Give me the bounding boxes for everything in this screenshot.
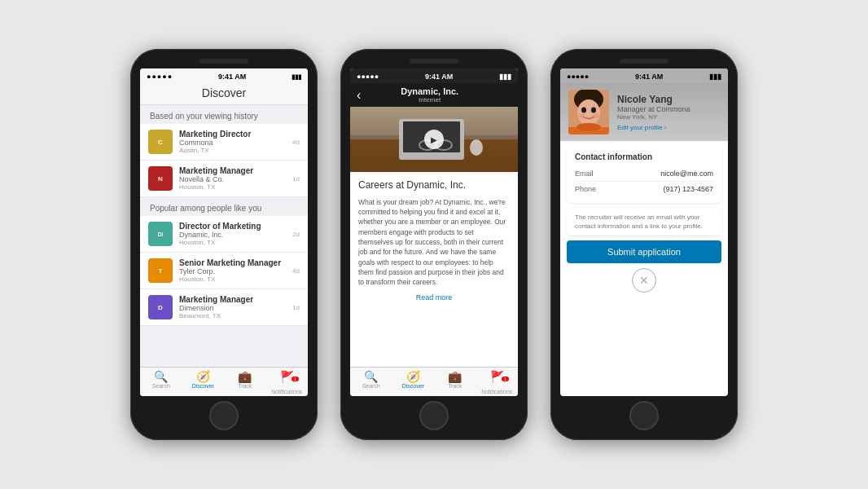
battery-icon: ▮▮▮ (709, 73, 721, 81)
profile-header: Nicole Yang Manager at Commona New York,… (560, 83, 728, 141)
contact-section-title: Contact information (575, 152, 713, 161)
nav-title: Dynamic, Inc. Internet (364, 86, 495, 104)
job-location: Houston, TX (179, 239, 286, 246)
avatar-svg (568, 90, 609, 134)
job-age: 4d (292, 267, 300, 275)
status-bar-1: ●●●●● 9:41 AM ▮▮▮ (140, 68, 308, 83)
company-description: What is your dream job? At Dynamic, Inc.… (358, 197, 510, 288)
job-age: 4d (292, 139, 300, 146)
job-age: 1d (292, 304, 300, 311)
track-icon: 💼 (448, 371, 462, 382)
battery-icon: ▮▮▮ (499, 73, 511, 81)
svg-point-16 (576, 123, 601, 131)
edit-profile-link[interactable]: Edit your profile › (617, 124, 720, 131)
company-logo-commona: C (148, 130, 173, 154)
profile-title: Manager at Commona (617, 105, 720, 113)
tab-track[interactable]: 💼 Track (224, 371, 266, 394)
job-list-popular: Di Director of Marketing Dynamic, Inc. H… (140, 216, 308, 326)
tab-search[interactable]: 🔍 Search (140, 371, 182, 394)
tab-label: Discover (192, 383, 214, 389)
signal-icon: ●●●●● (147, 73, 173, 81)
tab-search[interactable]: 🔍 Search (350, 371, 392, 394)
job-list-history: C Marketing Director Commona Austin, TX … (140, 124, 308, 197)
list-item[interactable]: N Marketing Manager Novella & Co. Housto… (140, 161, 308, 197)
profile-info: Nicole Yang Manager at Commona New York,… (617, 94, 720, 131)
tab-notifications[interactable]: 🚩 1 Notifications (476, 371, 519, 394)
company-logo-tyler: T (148, 258, 173, 283)
contact-card: Contact information Email nicole@me.com … (567, 146, 721, 203)
contact-row-phone: Phone (917) 123-4567 (575, 182, 713, 196)
notification-badge: 1 (292, 377, 299, 381)
tab-discover[interactable]: 🧭 Discover (392, 371, 435, 394)
job-title: Senior Marketing Manager (179, 258, 286, 267)
tab-notifications[interactable]: 🚩 1 Notifications (266, 371, 309, 394)
section-label-history: Based on your viewing history (140, 105, 308, 124)
company-logo-dimension: D (148, 295, 173, 319)
phone-apply: ●●●●● 9:41 AM ▮▮▮ (550, 49, 738, 440)
svg-point-10 (577, 99, 600, 126)
svg-point-7 (470, 139, 483, 156)
job-title: Marketing Director (179, 130, 286, 139)
play-button[interactable]: ▶ (424, 130, 444, 149)
phone-speaker (410, 59, 458, 64)
home-button[interactable] (629, 401, 659, 430)
section-label-popular: Popular among people like you (140, 197, 308, 216)
track-icon: 💼 (238, 371, 252, 382)
job-company: Dynamic, Inc. (179, 231, 286, 239)
job-title: Marketing Manager (179, 166, 286, 175)
phone-discover: ●●●●● 9:41 AM ▮▮▮ Discover Based on your… (130, 49, 318, 440)
read-more-link[interactable]: Read more (358, 293, 510, 303)
status-bar-3: ●●●●● 9:41 AM ▮▮▮ (560, 68, 728, 83)
job-location: Houston, TX (179, 183, 286, 191)
list-item[interactable]: Di Director of Marketing Dynamic, Inc. H… (140, 216, 308, 253)
tab-label: Notifications (271, 389, 302, 394)
svg-point-13 (581, 108, 586, 113)
job-age: 2d (292, 231, 300, 238)
tab-label: Track (448, 383, 462, 389)
tab-label: Search (152, 383, 170, 389)
job-company: Tyler Corp. (179, 267, 286, 275)
phone-speaker (620, 59, 669, 64)
discover-content: Based on your viewing history C Marketin… (140, 105, 308, 367)
phone-label: Phone (575, 185, 596, 193)
tab-discover[interactable]: 🧭 Discover (182, 371, 225, 394)
job-location: Houston, TX (179, 275, 286, 283)
discover-header: Discover (140, 83, 308, 105)
battery-icon: ▮▮▮ (292, 73, 301, 81)
time-display: 9:41 AM (218, 73, 246, 81)
tab-bar-2: 🔍 Search 🧭 Discover 💼 Track 🚩 1 Notifica… (350, 367, 518, 396)
home-button[interactable] (209, 401, 239, 430)
list-item[interactable]: C Marketing Director Commona Austin, TX … (140, 124, 308, 161)
avatar (568, 90, 609, 134)
profile-name: Nicole Yang (617, 94, 720, 105)
nav-bar: ‹ Dynamic, Inc. Internet (350, 83, 518, 107)
job-info: Marketing Director Commona Austin, TX (179, 130, 286, 154)
company-logo-novella: N (148, 166, 173, 191)
search-icon: 🔍 (364, 371, 378, 382)
job-company: Commona (179, 139, 286, 147)
svg-point-14 (591, 108, 596, 113)
phone-speaker (199, 59, 248, 64)
list-item[interactable]: D Marketing Manager Dimension Beaumont, … (140, 289, 308, 326)
time-display: 9:41 AM (425, 73, 453, 81)
company-body: Careers at Dynamic, Inc. What is your dr… (350, 172, 518, 367)
job-title: Director of Marketing (179, 222, 286, 231)
back-button[interactable]: ‹ (357, 88, 361, 103)
list-item[interactable]: T Senior Marketing Manager Tyler Corp. H… (140, 253, 308, 289)
company-subtitle: Internet (364, 96, 495, 104)
company-name: Dynamic, Inc. (364, 86, 495, 96)
profile-location: New York, NY (617, 113, 720, 121)
tab-track[interactable]: 💼 Track (434, 371, 476, 394)
home-button[interactable] (419, 401, 449, 430)
submit-application-button[interactable]: Submit application (567, 240, 721, 263)
job-title: Marketing Manager (179, 295, 286, 304)
close-button[interactable]: ✕ (632, 268, 656, 293)
signal-icon: ●●●●● (357, 73, 379, 81)
tab-bar: 🔍 Search 🧭 Discover 💼 Track 🚩 1 Notifica… (140, 367, 308, 396)
job-info: Marketing Manager Dimension Beaumont, TX (179, 295, 286, 319)
tab-label: Search (362, 383, 380, 389)
phone1-screen: ●●●●● 9:41 AM ▮▮▮ Discover Based on your… (140, 68, 308, 396)
notification-badge: 1 (502, 377, 509, 381)
job-location: Beaumont, TX (179, 312, 286, 319)
tab-label: Notifications (481, 389, 512, 394)
